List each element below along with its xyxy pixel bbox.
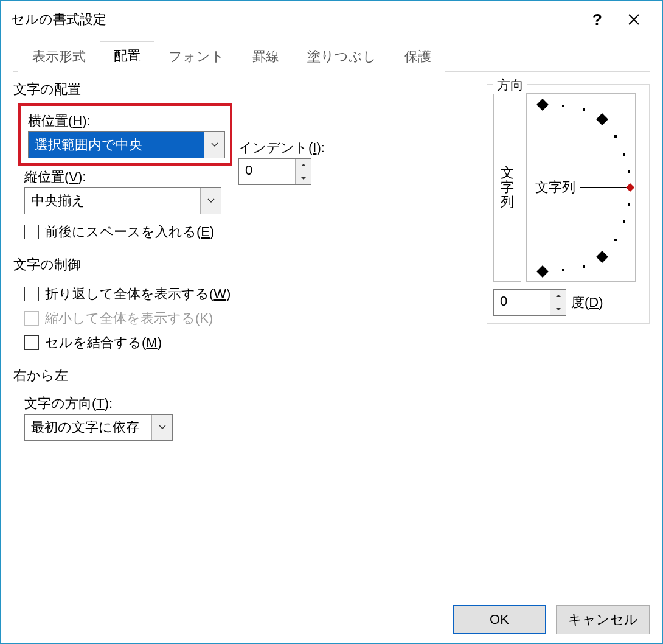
- help-button[interactable]: ?: [579, 1, 616, 38]
- orientation-tick-icon: [596, 113, 608, 125]
- orientation-vertical-text-button[interactable]: 文字列: [493, 93, 521, 282]
- group-text-alignment-title: 文字の配置: [13, 80, 81, 99]
- combo-vertical-pos-button[interactable]: [200, 188, 221, 214]
- spinner-degrees-up[interactable]: [550, 290, 566, 303]
- checkbox-wrap-text[interactable]: 折り返して全体を表示する(W): [24, 285, 472, 303]
- label-degrees: 度(D): [571, 293, 603, 312]
- combo-text-direction-button[interactable]: [151, 415, 172, 440]
- group-text-control: 文字の制御 折り返して全体を表示する(W) 縮小して全体を表示する(K): [13, 256, 472, 360]
- highlight-horizontal-pos: 横位置(H): 選択範囲内で中央: [18, 103, 232, 166]
- orientation-dial-handle[interactable]: [626, 183, 634, 192]
- spinner-indent[interactable]: 0: [238, 158, 311, 185]
- chevron-down-icon: [159, 425, 166, 430]
- orientation-tick-icon: [596, 251, 608, 263]
- tab-number[interactable]: 表示形式: [18, 42, 100, 72]
- checkbox-box-icon: [24, 311, 39, 326]
- label-text-direction: 文字の方向(T):: [24, 394, 472, 413]
- spinner-degrees[interactable]: 0: [493, 289, 566, 316]
- ok-button[interactable]: OK: [453, 605, 546, 634]
- chevron-down-icon: [211, 142, 218, 147]
- spinner-indent-up[interactable]: [296, 159, 311, 172]
- orientation-tick-icon: [536, 99, 549, 111]
- group-orientation: 方向 文字列 文字列: [487, 84, 650, 324]
- label-indent: インデント(I):: [238, 139, 325, 157]
- spinner-degrees-value: 0: [494, 290, 550, 315]
- cancel-button[interactable]: キャンセル: [556, 605, 650, 634]
- checkbox-box-icon: [24, 225, 39, 239]
- group-text-control-title: 文字の制御: [13, 256, 81, 274]
- checkbox-merge-cells-label: セルを結合する(M): [45, 334, 162, 352]
- checkbox-justify-distributed[interactable]: 前後にスペースを入れる(E): [24, 223, 230, 241]
- orientation-tick-small-icon: [614, 239, 617, 241]
- chevron-down-icon: [300, 177, 307, 180]
- orientation-tick-small-icon: [628, 170, 630, 173]
- orientation-tick-small-icon: [583, 108, 585, 111]
- group-text-alignment: 文字の配置 横位置(H): 選択範囲内で中央: [13, 80, 472, 250]
- orientation-tick-small-icon: [562, 269, 564, 271]
- orientation-tick-small-icon: [623, 153, 625, 156]
- orientation-vertical-text-label: 文字列: [501, 166, 514, 210]
- combo-text-direction-value: 最初の文字に依存: [25, 415, 151, 440]
- spinner-degrees-down[interactable]: [550, 303, 566, 316]
- combo-horizontal-pos[interactable]: 選択範囲内で中央: [28, 131, 225, 158]
- orientation-dial[interactable]: 文字列: [526, 93, 636, 282]
- dialog-button-row: OK キャンセル: [453, 605, 650, 634]
- chevron-up-icon: [555, 294, 561, 298]
- orientation-dial-label: 文字列: [535, 178, 575, 197]
- close-icon: [628, 13, 640, 26]
- orientation-tick-small-icon: [614, 135, 617, 138]
- orientation-tick-icon: [536, 265, 549, 278]
- chevron-down-icon: [207, 198, 215, 203]
- label-vertical-pos: 縦位置(V):: [24, 168, 230, 186]
- titlebar: セルの書式設定 ?: [1, 1, 662, 38]
- combo-vertical-pos[interactable]: 中央揃え: [24, 187, 221, 214]
- group-rtl-title: 右から左: [13, 366, 68, 385]
- checkbox-merge-cells[interactable]: セルを結合する(M): [24, 334, 472, 352]
- tab-border[interactable]: 罫線: [238, 42, 293, 72]
- tab-protection[interactable]: 保護: [391, 42, 445, 72]
- combo-horizontal-pos-value: 選択範囲内で中央: [29, 132, 204, 158]
- checkbox-justify-distributed-label: 前後にスペースを入れる(E): [45, 223, 214, 241]
- combo-vertical-pos-value: 中央揃え: [25, 188, 200, 214]
- checkbox-box-icon: [24, 335, 39, 350]
- chevron-up-icon: [300, 163, 307, 167]
- tab-fill[interactable]: 塗りつぶし: [293, 42, 391, 72]
- chevron-down-icon: [555, 307, 561, 311]
- orientation-tick-small-icon: [562, 105, 564, 107]
- spinner-indent-value: 0: [239, 159, 295, 184]
- checkbox-box-icon: [24, 287, 39, 301]
- close-button[interactable]: [616, 1, 652, 38]
- combo-text-direction[interactable]: 最初の文字に依存: [24, 414, 173, 441]
- orientation-tick-small-icon: [623, 220, 625, 223]
- orientation-dial-line: [580, 187, 628, 188]
- orientation-tick-small-icon: [628, 203, 630, 206]
- orientation-tick-small-icon: [583, 265, 585, 268]
- tab-font[interactable]: フォント: [154, 42, 238, 72]
- tab-alignment[interactable]: 配置: [100, 41, 154, 72]
- checkbox-wrap-text-label: 折り返して全体を表示する(W): [45, 285, 231, 303]
- window-title: セルの書式設定: [11, 10, 579, 29]
- group-rtl: 右から左 文字の方向(T): 最初の文字に依存: [13, 366, 472, 443]
- spinner-indent-down[interactable]: [296, 172, 311, 185]
- checkbox-shrink-to-fit: 縮小して全体を表示する(K): [24, 309, 472, 327]
- label-horizontal-pos: 横位置(H):: [28, 112, 225, 130]
- group-orientation-title: 方向: [493, 76, 527, 94]
- combo-horizontal-pos-button[interactable]: [204, 132, 224, 158]
- tab-bar: 表示形式 配置 フォント 罫線 塗りつぶし 保護: [13, 43, 650, 72]
- checkbox-shrink-to-fit-label: 縮小して全体を表示する(K): [45, 309, 213, 327]
